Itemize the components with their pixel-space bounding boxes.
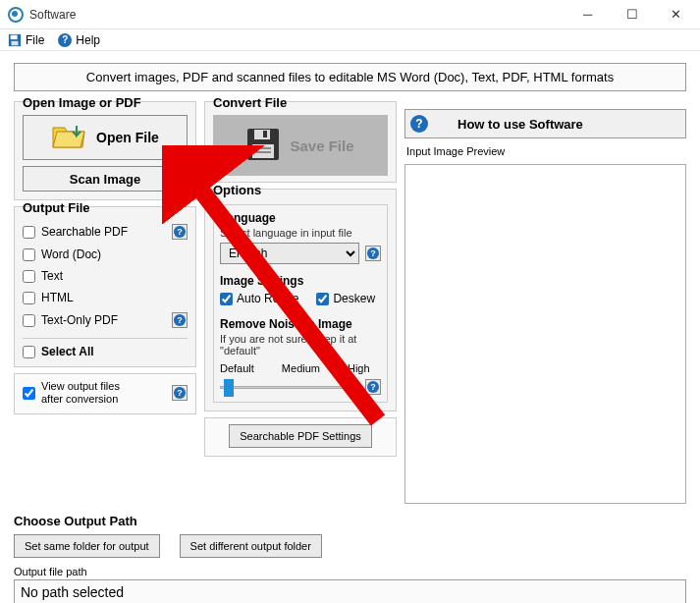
help-language[interactable]: ? [365,246,381,261]
help-view-output[interactable]: ? [172,385,188,401]
options-group: Options Language Select language in inpu… [204,189,397,411]
output-file-path-value: No path selected [14,579,686,603]
svg-rect-4 [254,130,270,139]
checkbox-autorotate[interactable] [220,293,233,305]
output-file-group: Output File Searchable PDF? Word (Doc) T… [14,206,196,367]
title-bar: Software ─ ☐ ✕ [0,0,700,29]
checkbox-textonly-pdf[interactable] [23,314,35,327]
how-to-use-button[interactable]: ? How to use Software [404,109,686,138]
language-select[interactable]: English [220,243,359,264]
svg-rect-2 [12,40,19,44]
close-button[interactable]: ✕ [654,1,698,28]
checkbox-text[interactable] [23,270,35,283]
menu-bar: File ? Help [0,29,700,51]
floppy-icon [246,128,280,164]
searchable-pdf-settings-button[interactable]: Searchable PDF Settings [229,424,372,448]
options-title: Options [213,183,388,197]
help-noise[interactable]: ? [365,379,381,395]
preview-label: Input Image Preview [406,145,684,157]
language-desc: Select language in input file [220,227,381,239]
output-file-path-label: Output file path [14,566,686,577]
set-different-folder-button[interactable]: Set different output folder [180,534,322,558]
scan-image-button[interactable]: Scan Image [23,166,188,192]
open-image-group: Open Image or PDF Open File Scan Image [14,101,196,200]
language-title: Language [220,211,381,225]
minimize-button[interactable]: ─ [565,1,610,28]
help-icon: ? [410,115,428,133]
app-icon [8,7,24,23]
open-image-title: Open Image or PDF [23,95,188,110]
open-file-button[interactable]: Open File [23,115,188,160]
checkbox-html[interactable] [23,292,35,304]
svg-rect-5 [263,131,267,137]
noise-slider[interactable] [220,376,359,398]
view-output-group: View output files after conversion ? [14,373,196,414]
checkbox-word[interactable] [23,248,35,261]
banner-text: Convert images, PDF and scanned files to… [14,63,686,91]
image-settings-title: Image Settings [220,274,381,288]
maximize-button[interactable]: ☐ [610,1,654,28]
menu-file[interactable]: File [8,33,44,47]
save-file-button[interactable]: Save File [213,115,388,176]
help-searchable-pdf[interactable]: ? [172,224,188,240]
remove-noise-desc: If you are not sure, keep it at "default… [220,333,381,356]
searchable-settings-group: Searchable PDF Settings [204,417,397,457]
remove-noise-title: Remove Noise in Image [220,317,381,331]
save-icon [8,33,22,47]
checkbox-deskew[interactable] [316,293,329,305]
convert-file-group: Convert File Save File [204,101,397,183]
menu-help[interactable]: ? Help [58,33,100,47]
help-textonly-pdf[interactable]: ? [172,312,188,328]
set-same-folder-button[interactable]: Set same folder for output [14,534,160,558]
svg-rect-1 [11,34,18,38]
checkbox-view-output[interactable] [23,387,35,400]
choose-output-path-title: Choose Output Path [14,514,686,528]
checkbox-searchable-pdf[interactable] [23,226,35,239]
app-title: Software [29,8,76,22]
output-file-title: Output File [23,200,188,215]
svg-rect-6 [252,144,274,158]
convert-file-title: Convert File [213,95,388,110]
help-icon: ? [58,33,72,47]
input-image-preview [404,164,686,504]
checkbox-select-all[interactable] [23,346,35,358]
folder-icon [51,122,86,154]
